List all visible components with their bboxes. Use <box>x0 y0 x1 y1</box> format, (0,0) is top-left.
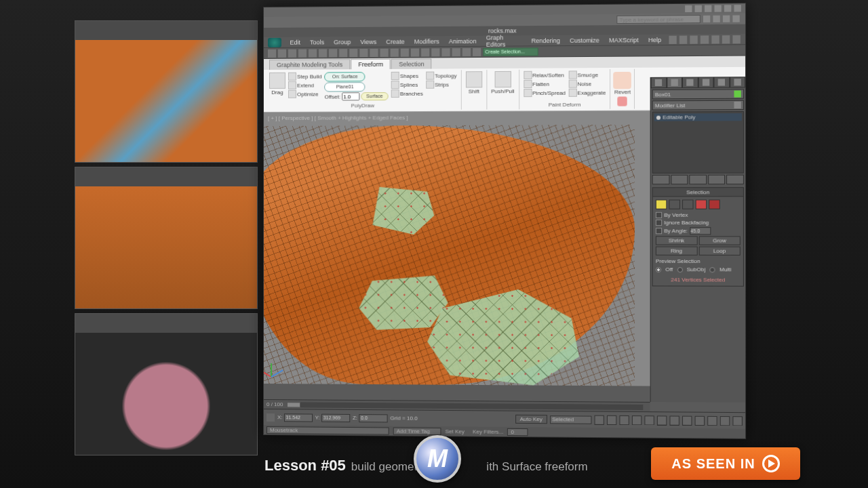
menu-edit[interactable]: Edit <box>285 39 304 45</box>
preview-subobj-radio[interactable] <box>677 267 682 272</box>
next-frame-icon[interactable] <box>632 415 642 425</box>
preview-off-radio[interactable] <box>656 267 661 272</box>
refcoord-icon[interactable] <box>380 48 389 56</box>
info-icon[interactable] <box>705 5 711 12</box>
modify-tab[interactable] <box>667 77 682 88</box>
add-time-tag-button[interactable]: Add Time Tag <box>393 427 441 435</box>
cancel-icon[interactable] <box>618 97 627 106</box>
polygon-subobj-icon[interactable] <box>696 199 707 209</box>
revert-icon[interactable] <box>614 72 632 89</box>
zoom-all-icon[interactable] <box>669 415 679 425</box>
pinch-button[interactable]: Pinch/Spread <box>524 89 566 97</box>
pivot-icon[interactable] <box>391 48 399 56</box>
layer-icon[interactable] <box>669 35 676 43</box>
drag-button[interactable]: Drag <box>269 73 285 96</box>
frame-input[interactable]: 0 <box>507 428 528 435</box>
play-icon[interactable] <box>619 415 629 424</box>
select-rect-icon[interactable] <box>329 49 337 57</box>
stack-item-editable-poly[interactable]: Editable Poly <box>654 113 742 121</box>
grow-button[interactable]: Grow <box>698 236 741 245</box>
utilities-tab[interactable] <box>730 77 745 87</box>
menu-help[interactable]: Help <box>644 36 665 43</box>
ribbon-tab-graphite[interactable]: Graphite Modeling Tools <box>269 59 350 70</box>
on-surface-toggle[interactable]: On: Surface <box>325 72 366 81</box>
create-tab[interactable] <box>651 77 667 88</box>
hierarchy-tab[interactable] <box>682 77 698 87</box>
autokey-button[interactable]: Auto Key <box>515 415 547 424</box>
optimize-button[interactable]: Optimize <box>288 90 322 98</box>
motion-tab[interactable] <box>698 77 713 87</box>
maximize-vp-icon[interactable] <box>732 416 742 426</box>
border-subobj-icon[interactable] <box>682 199 694 209</box>
remove-mod-icon[interactable] <box>708 175 725 184</box>
by-vertex-checkbox[interactable] <box>656 212 662 218</box>
orbit-icon[interactable] <box>720 415 730 425</box>
angle-snap-icon[interactable] <box>421 48 429 56</box>
redo-icon[interactable] <box>732 35 741 43</box>
undo-icon[interactable] <box>722 35 730 43</box>
menu-maxscript[interactable]: MAXScript <box>605 37 643 44</box>
fov-icon[interactable] <box>695 415 705 425</box>
x-coord-input[interactable] <box>284 413 313 422</box>
window-cross-icon[interactable] <box>339 49 347 57</box>
modifier-stack[interactable]: Editable Poly <box>652 111 744 174</box>
ignore-backfacing-checkbox[interactable] <box>656 220 662 226</box>
menu-views[interactable]: Views <box>356 38 380 45</box>
pan-icon[interactable] <box>707 415 717 425</box>
viewport-label[interactable]: [ + ] [ Perspective ] [ Smooth + Highlig… <box>268 115 408 121</box>
object-name-field[interactable]: Box01 <box>652 89 744 99</box>
display-tab[interactable] <box>713 77 729 87</box>
snap-icon[interactable] <box>411 48 419 56</box>
app-logo-icon[interactable] <box>268 37 281 47</box>
lock-icon[interactable] <box>267 413 275 422</box>
edge-subobj-icon[interactable] <box>669 200 679 209</box>
preview-multi-radio[interactable] <box>710 267 715 272</box>
goto-end-icon[interactable] <box>644 415 654 425</box>
exaggerate-button[interactable]: Exaggerate <box>568 88 606 96</box>
star-icon[interactable] <box>695 5 702 12</box>
rotate-icon[interactable] <box>359 48 368 56</box>
loop-button[interactable]: Loop <box>698 247 741 256</box>
menu-group[interactable]: Group <box>330 39 355 45</box>
spinner-snap-icon[interactable] <box>441 48 450 56</box>
ribbon-tab-freeform[interactable]: Freeform <box>351 59 391 69</box>
scale-icon[interactable] <box>370 48 378 56</box>
select-icon[interactable] <box>268 49 276 57</box>
goto-start-icon[interactable] <box>595 415 604 424</box>
schematic-icon[interactable] <box>679 35 687 43</box>
by-angle-checkbox[interactable] <box>656 228 662 234</box>
shift-button[interactable]: Shift <box>466 71 482 94</box>
shrink-button[interactable]: Shrink <box>656 236 697 245</box>
keyfilters-button[interactable]: Key Filters... <box>473 428 503 434</box>
element-subobj-icon[interactable] <box>709 199 720 209</box>
menu-modifiers[interactable]: Modifiers <box>410 38 443 45</box>
offset-input[interactable] <box>342 92 359 100</box>
menu-rendering[interactable]: Rendering <box>527 37 564 43</box>
strips-button[interactable]: Strips <box>426 80 457 88</box>
vertex-subobj-icon[interactable] <box>656 200 667 209</box>
relax-button[interactable]: Relax/Soften <box>524 70 566 79</box>
mirror-icon[interactable] <box>452 48 460 56</box>
flatten-button[interactable]: Flatten <box>524 80 566 88</box>
zoom-icon[interactable] <box>657 415 667 425</box>
help-icon[interactable] <box>685 5 692 12</box>
link-icon[interactable] <box>278 49 286 57</box>
ring-button[interactable]: Ring <box>656 247 697 256</box>
selection-rollout-header[interactable]: Selection <box>652 187 744 197</box>
close-icon[interactable] <box>734 5 741 12</box>
make-unique-icon[interactable] <box>690 175 707 184</box>
configure-icon[interactable] <box>726 175 743 184</box>
setkey-button[interactable]: Set Key <box>446 428 465 434</box>
material-icon[interactable] <box>690 35 698 43</box>
smudge-button[interactable]: Smudge <box>568 70 606 79</box>
curve-icon[interactable] <box>711 35 719 43</box>
align-icon[interactable] <box>462 47 471 56</box>
star2-icon[interactable] <box>723 16 730 22</box>
manip-icon[interactable] <box>401 48 409 56</box>
plane-button[interactable]: Plane01 <box>325 82 366 92</box>
show-end-icon[interactable] <box>671 175 688 184</box>
modifier-list-dropdown[interactable]: Modifier List <box>652 100 744 110</box>
selection-set-dropdown[interactable]: Create Selection... <box>483 47 538 56</box>
menu-grapheditors[interactable]: Graph Editors <box>482 34 526 48</box>
help2-icon[interactable] <box>732 16 739 22</box>
